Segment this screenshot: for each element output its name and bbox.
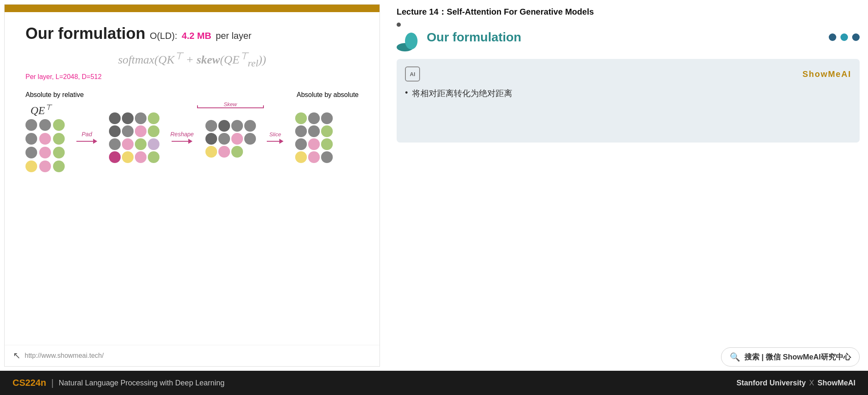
dot [53,133,65,145]
dot [295,138,307,150]
arrow-pad: Pad [76,131,97,144]
dot [308,112,320,124]
skew-label: Skew [224,101,237,107]
main-content: Our formulation O(LD): 4.2 MB per layer … [0,0,868,371]
dot [39,133,51,145]
dot [148,151,159,163]
dot [39,147,51,158]
dot [244,146,256,158]
bottom-bar: CS224n | Natural Language Processing wit… [0,371,868,395]
matrix-label: QE⊤ [30,103,56,117]
slide-content: Our formulation O(LD): 4.2 MB per layer … [5,12,380,345]
label-left: Absolute by relative [25,91,84,99]
dot [218,133,230,145]
dot [308,151,320,163]
x-symbol: X [809,379,814,387]
dot [53,119,65,131]
dot [218,120,230,132]
dot [122,151,134,163]
showmeai-label: ShowMeAI [802,69,851,79]
dot [25,147,37,158]
nav-dot-3[interactable] [852,33,860,41]
arrow-slice: Slice [267,131,283,144]
slide-panel: Our formulation O(LD): 4.2 MB per layer … [4,4,380,367]
dot [25,161,37,172]
nav-dot-2[interactable] [840,33,848,41]
svg-point-1 [405,33,418,49]
dot [295,125,307,137]
ld-label: O(LD): [150,31,177,41]
section-left: Our formulation [397,23,521,51]
dot [148,112,159,124]
mb-value: 4.2 MB [182,31,211,41]
per-layer-note: Per layer, L=2048, D=512 [25,73,359,81]
dot [135,125,147,137]
content-card: AI ShowMeAI • 将相对距离转化为绝对距离 [397,59,860,143]
cursor-icon: ↖ [13,350,20,361]
stanford-label: Stanford University [736,379,806,387]
dot [321,138,333,150]
dot [39,119,51,131]
dot [53,147,65,158]
course-code: CS224n [13,377,46,388]
right-panel: Lecture 14：Self-Attention For Generative… [384,0,868,371]
showmeai-label-bottom: ShowMeAI [817,379,855,387]
diagram-labels: Absolute by relative Absolute by absolut… [25,91,359,99]
diagram-wrapper: QE⊤ [25,103,359,172]
dot [39,161,51,172]
dot [231,133,243,145]
dot [231,146,243,158]
bottom-right: Stanford University X ShowMeAI [736,379,855,387]
course-name: Natural Language Processing with Deep Le… [58,379,224,387]
search-bar[interactable]: 🔍 搜索 | 微信 ShowMeAI研究中心 [721,347,860,367]
dot [109,112,121,124]
dot [308,125,320,137]
dot [122,125,134,137]
dot [321,151,333,163]
dot [109,138,121,150]
footer-url: http://www.showmeai.tech/ [25,352,104,359]
section-header: Our formulation [397,23,860,51]
search-icon: 🔍 [730,352,740,362]
dot [122,138,134,150]
label-right: Absolute by absolute [296,91,359,99]
dot [205,133,217,145]
slide-title: Our formulation O(LD): 4.2 MB per layer [25,25,359,43]
dot [25,119,37,131]
dot [25,133,37,145]
dot [109,151,121,163]
teal-wave-icon [397,33,420,51]
search-text: 搜索 | 微信 ShowMeAI研究中心 [744,352,851,362]
bottom-left: CS224n | Natural Language Processing wit… [13,377,225,388]
dot [135,151,147,163]
slide-title-text: Our formulation [25,25,145,42]
dot [53,161,65,172]
slide-footer: ↖ http://www.showmeai.tech/ [5,345,380,366]
dot [321,112,333,124]
bullet-text: 将相对距离转化为绝对距离 [412,88,512,99]
dot [205,146,217,158]
skew-label-container: Skew [201,101,259,108]
dot [218,146,230,158]
lecture-title: Lecture 14：Self-Attention For Generative… [397,6,860,18]
section-title: Our formulation [427,30,521,44]
card-header: AI ShowMeAI [405,66,851,82]
dot [295,151,307,163]
ai-icon: AI [405,66,420,82]
nav-dots [829,33,860,41]
card-bullet: • 将相对距离转化为绝对距离 [405,88,851,99]
dot [148,138,159,150]
dot [308,138,320,150]
dot [148,125,159,137]
top-dot [397,23,401,27]
dot [135,112,147,124]
dot [244,120,256,132]
dot [205,120,217,132]
dot [231,120,243,132]
dot [244,133,256,145]
slide-top-bar [5,5,380,12]
dot [135,138,147,150]
nav-dot-1[interactable] [829,33,836,41]
arrow-reshape: Reshape [170,131,194,144]
dot [122,112,134,124]
